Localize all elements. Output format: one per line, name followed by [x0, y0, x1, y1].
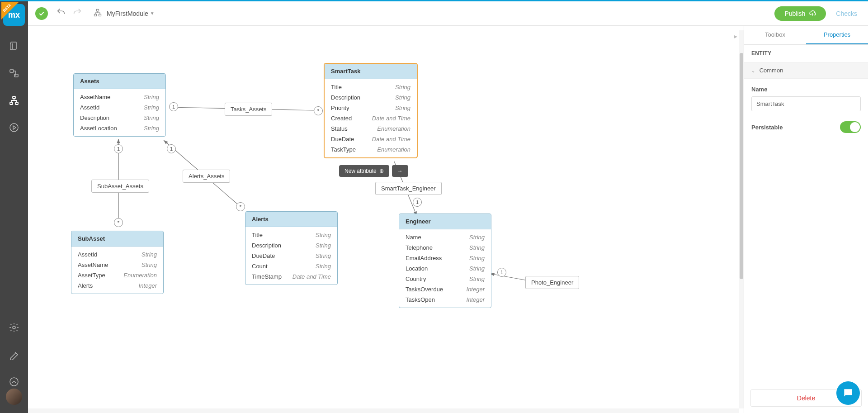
new-attribute-button[interactable]: New attribute ⊕ [339, 165, 389, 177]
undo-button[interactable] [56, 7, 66, 19]
settings-icon[interactable] [7, 321, 21, 334]
entity-name-input[interactable] [751, 96, 861, 111]
model-type-icon [93, 8, 102, 19]
entity-header: Engineer [399, 214, 491, 229]
association-tasks-assets[interactable]: Tasks_Assets [225, 103, 272, 116]
attr-row: LocationString [399, 263, 491, 274]
redo-button[interactable] [72, 7, 82, 19]
entity-smarttask[interactable]: SmartTask TitleString DescriptionString … [324, 63, 417, 158]
entity-subasset[interactable]: SubAsset AssetIdString AssetNameString A… [71, 231, 164, 294]
right-panel-tabs: Toolbox Properties [744, 26, 868, 45]
entity-attrs: AssetNameString AssetIdString Descriptio… [74, 89, 165, 136]
entity-header: SmartTask [325, 64, 417, 79]
publish-label: Publish [784, 10, 805, 17]
scrollbar-thumb[interactable] [740, 53, 743, 279]
theme-icon[interactable] [7, 348, 21, 361]
association-alerts-assets[interactable]: Alerts_Assets [183, 170, 230, 183]
module-dropdown-caret[interactable]: ▼ [150, 11, 155, 16]
attr-row: EmailAddressString [399, 253, 491, 263]
entity-alerts[interactable]: Alerts TitleString DescriptionString Due… [245, 211, 338, 285]
attr-row: AssetNameString [74, 92, 165, 102]
attr-row: CreatedDate and Time [325, 113, 417, 123]
collapse-right-panel-icon[interactable]: ▸ [734, 33, 737, 40]
attr-row: AssetTypeEnumeration [71, 270, 163, 280]
user-avatar[interactable] [6, 389, 22, 405]
svg-rect-5 [15, 102, 18, 104]
entity-engineer[interactable]: Engineer NameString TelephoneString Emai… [399, 214, 491, 308]
plus-icon: ⊕ [379, 168, 384, 174]
attr-row: TaskTypeEnumeration [325, 144, 417, 155]
attr-row: TasksOverdueInteger [399, 284, 491, 294]
domain-model-canvas[interactable]: Assets AssetNameString AssetIdString Des… [28, 26, 744, 413]
attr-row: DescriptionString [74, 113, 165, 123]
pages-icon[interactable] [7, 39, 21, 53]
attr-row: TimeStampDate and Time [245, 271, 337, 282]
attr-row: TitleString [325, 82, 417, 92]
microflows-icon[interactable] [7, 66, 21, 80]
attr-row: StatusEnumeration [325, 123, 417, 134]
module-name[interactable]: MyFirstModule [107, 10, 148, 17]
entity-attrs: NameString TelephoneString EmailAddressS… [399, 229, 491, 308]
cardinality-many: * [314, 106, 323, 115]
new-attribute-label: New attribute [344, 168, 377, 174]
persistable-toggle[interactable] [840, 121, 861, 133]
persistable-label: Persistable [751, 124, 783, 131]
topbar: MyFirstModule ▼ Publish Checks [28, 1, 868, 26]
attr-row: AssetIdString [71, 249, 163, 260]
tab-toolbox[interactable]: Toolbox [744, 26, 806, 44]
attr-row: DueDateDate and Time [325, 134, 417, 144]
chevron-down-icon: ⌄ [751, 68, 755, 73]
svg-rect-10 [94, 14, 97, 16]
svg-rect-4 [10, 102, 13, 104]
association-smarttask-engineer[interactable]: SmartTask_Engineer [375, 182, 442, 195]
cardinality-one: 1 [413, 198, 422, 207]
entity-attrs: AssetIdString AssetNameString AssetTypeE… [71, 247, 163, 294]
attr-row: DescriptionString [245, 240, 337, 251]
svg-rect-2 [14, 74, 18, 77]
preview-icon[interactable] [7, 121, 21, 134]
attr-row: AssetLocationString [74, 123, 165, 133]
name-label: Name [751, 86, 861, 93]
create-association-button[interactable]: → [392, 165, 408, 177]
attr-row: TasksOpenInteger [399, 294, 491, 305]
attr-row: TitleString [245, 230, 337, 240]
svg-rect-0 [11, 42, 16, 49]
properties-body: Name Persistable [744, 79, 868, 140]
entity-assets[interactable]: Assets AssetNameString AssetIdString Des… [73, 73, 166, 137]
entity-header: Alerts [245, 212, 337, 227]
svg-rect-11 [99, 14, 101, 16]
association-photo-engineer[interactable]: Photo_Engineer [525, 276, 579, 289]
cardinality-many: * [236, 202, 245, 211]
domain-model-icon[interactable] [7, 94, 21, 107]
attr-row: AssetIdString [74, 102, 165, 113]
svg-rect-1 [10, 70, 14, 72]
vertical-scrollbar[interactable] [739, 30, 744, 408]
attr-row: CountString [245, 261, 337, 271]
attr-row: CountryString [399, 274, 491, 284]
left-sidebar: BETA mx [0, 1, 28, 413]
tab-properties[interactable]: Properties [806, 26, 868, 44]
horizontal-scrollbar[interactable] [28, 408, 739, 413]
entity-header: Assets [74, 74, 165, 89]
entity-attrs: TitleString DescriptionString DueDateStr… [245, 227, 337, 285]
svg-line-16 [490, 274, 530, 281]
section-common-label: Common [760, 67, 783, 74]
attr-row: DescriptionString [325, 92, 417, 103]
arrow-right-icon: → [397, 168, 403, 174]
feedback-icon[interactable] [7, 375, 21, 389]
attr-row: AssetNameString [71, 260, 163, 270]
publish-button[interactable]: Publish [774, 6, 826, 21]
commit-button[interactable] [35, 7, 48, 20]
right-panel: Toolbox Properties ENTITY ⌄ Common Name … [744, 26, 868, 413]
attr-row: DueDateString [245, 251, 337, 261]
section-common-header[interactable]: ⌄ Common [744, 62, 868, 79]
attr-row: PriorityString [325, 103, 417, 113]
mendix-logo[interactable]: BETA mx [3, 4, 25, 26]
entity-action-bar: New attribute ⊕ → [339, 165, 408, 177]
svg-rect-9 [97, 9, 99, 11]
checks-button[interactable]: Checks [836, 10, 857, 17]
cardinality-many: * [114, 218, 123, 227]
attr-row: NameString [399, 232, 491, 242]
chat-bubble-icon[interactable] [836, 381, 860, 405]
association-subasset-assets[interactable]: SubAsset_Assets [91, 180, 149, 193]
